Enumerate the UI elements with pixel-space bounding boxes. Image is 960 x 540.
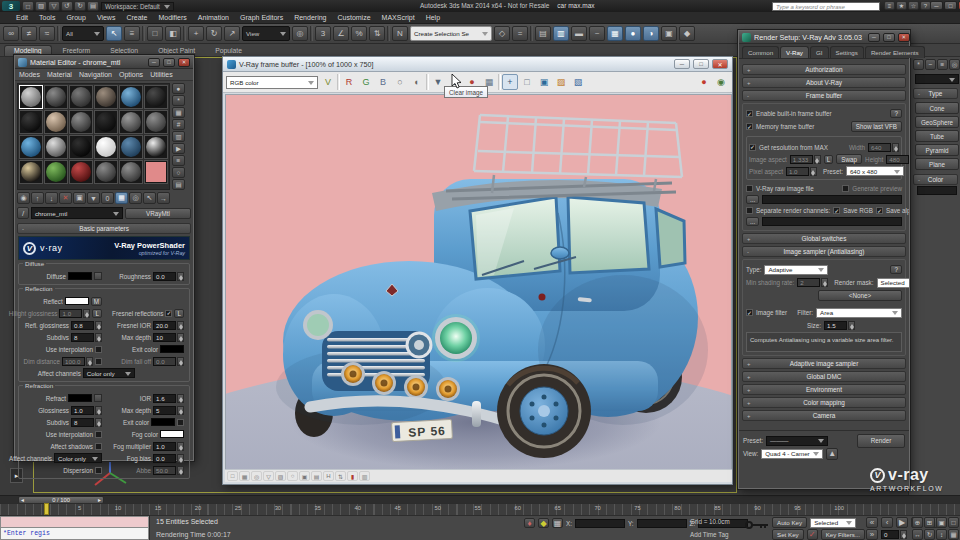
reflection-exit-color-swatch[interactable] bbox=[160, 345, 184, 353]
3dsmax-logo-icon[interactable]: 3 bbox=[2, 1, 20, 11]
rendered-frame-window-icon[interactable]: ▣ bbox=[661, 26, 677, 41]
search-options-icon[interactable]: ≡ bbox=[884, 1, 895, 10]
key-filters-button[interactable]: Key Filters... bbox=[821, 529, 865, 540]
minimize-button[interactable]: ─ bbox=[930, 1, 943, 10]
save-rgb-checkbox[interactable] bbox=[833, 207, 840, 214]
material-id-channel-icon[interactable]: 0 bbox=[101, 192, 114, 204]
object-name-field[interactable] bbox=[917, 186, 957, 195]
set-key-button[interactable]: Set Key bbox=[772, 529, 804, 540]
geometry-category-dropdown[interactable] bbox=[915, 74, 959, 84]
stamp-icon[interactable]: ◎ bbox=[251, 471, 262, 481]
refraction-interpolation-checkbox[interactable] bbox=[95, 431, 102, 438]
hierarchy-tab-icon[interactable]: ≡ bbox=[937, 59, 948, 70]
reflection-max-depth-spinner[interactable]: 10 bbox=[153, 333, 184, 342]
material-sample-slot[interactable] bbox=[69, 85, 93, 109]
rollout-header[interactable]: +Environment bbox=[742, 384, 906, 395]
display-correction-icon[interactable]: ▧ bbox=[570, 74, 586, 90]
white-balance-icon[interactable]: ○ bbox=[287, 471, 298, 481]
fog-color-swatch[interactable] bbox=[160, 430, 184, 438]
region-render-icon[interactable]: □ bbox=[519, 74, 535, 90]
save-alpha-checkbox[interactable] bbox=[876, 207, 883, 214]
menu-item[interactable]: Tools bbox=[39, 14, 55, 21]
rectangular-selection-icon[interactable]: □ bbox=[147, 26, 163, 41]
time-slider-track[interactable]: ◂0 / 100▸ bbox=[0, 495, 960, 503]
refraction-max-depth-spinner[interactable]: 5 bbox=[153, 406, 184, 415]
add-time-tag[interactable]: Add Time Tag bbox=[690, 531, 728, 538]
refraction-affect-channels-dropdown[interactable]: Color only bbox=[54, 453, 102, 463]
workspace-dropdown[interactable]: Workspace: Default bbox=[101, 2, 174, 11]
material-sample-slot[interactable] bbox=[19, 85, 43, 109]
refl-glossiness-spinner[interactable]: 0.8 bbox=[71, 321, 102, 330]
rollout-header[interactable]: +Color mapping bbox=[742, 397, 906, 408]
name-color-rollout[interactable]: -Color bbox=[913, 174, 958, 185]
material-sample-slot[interactable] bbox=[94, 135, 118, 159]
rollout-header[interactable]: +Authorization bbox=[742, 64, 906, 75]
fresnel-lock-button[interactable]: L bbox=[174, 309, 184, 318]
generate-preview-checkbox[interactable] bbox=[842, 185, 849, 192]
reflection-subdivs-spinner[interactable]: 8 bbox=[71, 333, 102, 342]
me-menu-item[interactable]: Modes bbox=[19, 71, 40, 78]
history-icon[interactable]: ▥ bbox=[359, 471, 370, 481]
material-sample-slot[interactable] bbox=[44, 135, 68, 159]
select-and-scale-icon[interactable]: ↗ bbox=[224, 26, 240, 41]
show-last-vfb-button[interactable]: Show last VFB bbox=[851, 121, 902, 132]
raw-file-browse-button[interactable]: ... bbox=[746, 195, 759, 204]
primitive-button[interactable]: Cone bbox=[915, 102, 959, 114]
image-filter-checkbox[interactable] bbox=[746, 309, 753, 316]
assign-to-selection-icon[interactable]: ↓ bbox=[45, 192, 58, 204]
view-lock-icon[interactable]: ▲ bbox=[826, 448, 838, 460]
video-color-check-icon[interactable]: ▥ bbox=[172, 131, 185, 142]
raw-image-file-checkbox[interactable] bbox=[746, 185, 753, 192]
material-sample-slot[interactable] bbox=[144, 110, 168, 134]
material-sample-slot[interactable] bbox=[44, 85, 68, 109]
menu-item[interactable]: Animation bbox=[198, 14, 229, 21]
render-last-icon[interactable]: ◉ bbox=[713, 74, 729, 90]
go-forward-sibling-icon[interactable]: → bbox=[157, 192, 170, 204]
dim-falloff-spinner[interactable]: 0.0 bbox=[153, 357, 184, 366]
diffuse-color-swatch[interactable] bbox=[68, 272, 92, 280]
orbit-icon[interactable]: ↻ bbox=[924, 529, 935, 540]
absolute-mode-icon[interactable]: ▦ bbox=[552, 518, 563, 528]
render-setup-tab[interactable]: Common bbox=[742, 46, 779, 58]
bind-to-space-warp-icon[interactable]: ≈ bbox=[39, 26, 55, 41]
background-icon[interactable]: ▦ bbox=[172, 107, 185, 118]
pixel-aspect-spinner[interactable]: 1.0 bbox=[786, 167, 817, 176]
refraction-glossiness-spinner[interactable]: 1.0 bbox=[71, 406, 102, 415]
selection-filter-dropdown[interactable]: All bbox=[62, 26, 104, 41]
mirror-icon[interactable]: ◇ bbox=[494, 26, 510, 41]
material-sample-slot[interactable] bbox=[119, 110, 143, 134]
ior-spinner[interactable]: 1.6 bbox=[153, 394, 184, 403]
blue-channel-icon[interactable]: B bbox=[375, 74, 391, 90]
affect-shadows-checkbox[interactable] bbox=[95, 443, 102, 450]
rollout-header[interactable]: +Adaptive image sampler bbox=[742, 358, 906, 369]
width-spinner[interactable]: 640 bbox=[868, 143, 899, 152]
fresnel-reflections-checkbox[interactable] bbox=[165, 310, 172, 317]
h-split-icon[interactable]: H bbox=[323, 471, 334, 481]
reflection-affect-channels-dropdown[interactable]: Color only bbox=[83, 368, 135, 378]
material-map-navigator-icon[interactable]: ▤ bbox=[172, 179, 185, 190]
go-to-start-icon[interactable]: « bbox=[866, 517, 878, 528]
levels-icon[interactable]: ▣ bbox=[299, 471, 310, 481]
vfb-titlebar[interactable]: V-Ray frame buffer - [100% of 1000 x 750… bbox=[223, 57, 732, 72]
basic-parameters-rollout[interactable]: -Basic parameters bbox=[17, 223, 191, 234]
maxscript-mini-listener[interactable]: *Enter regis bbox=[0, 516, 150, 540]
rollout-header[interactable]: +Camera bbox=[742, 410, 906, 421]
refract-color-swatch[interactable] bbox=[68, 394, 92, 402]
vfb-maximize-button[interactable]: □ bbox=[693, 59, 709, 69]
get-material-icon[interactable]: ◉ bbox=[17, 192, 30, 204]
pixel-information-icon[interactable]: ▣ bbox=[536, 74, 552, 90]
zoom-region-icon[interactable]: □ bbox=[948, 517, 959, 528]
render-view-dropdown[interactable]: Quad 4 - Camer bbox=[761, 449, 823, 459]
communication-icon[interactable]: ☆ bbox=[908, 1, 919, 10]
exposure-icon[interactable]: ▨ bbox=[275, 471, 286, 481]
render-setup-tab[interactable]: V-Ray bbox=[780, 46, 809, 58]
current-frame-field[interactable]: 0 bbox=[881, 530, 907, 539]
rollout-header[interactable]: +About V-Ray bbox=[742, 77, 906, 88]
isolate-toggle-icon[interactable]: ♦ bbox=[524, 518, 535, 528]
reflection-interpolation-checkbox[interactable] bbox=[95, 346, 102, 353]
put-to-library-icon[interactable]: ▼ bbox=[87, 192, 100, 204]
me-menu-item[interactable]: Options bbox=[119, 71, 143, 78]
compare-region-icon[interactable]: □ bbox=[227, 471, 238, 481]
rgb-preview-icon[interactable]: ▮ bbox=[347, 471, 358, 481]
spinner-snap-icon[interactable]: ⇅ bbox=[369, 26, 385, 41]
